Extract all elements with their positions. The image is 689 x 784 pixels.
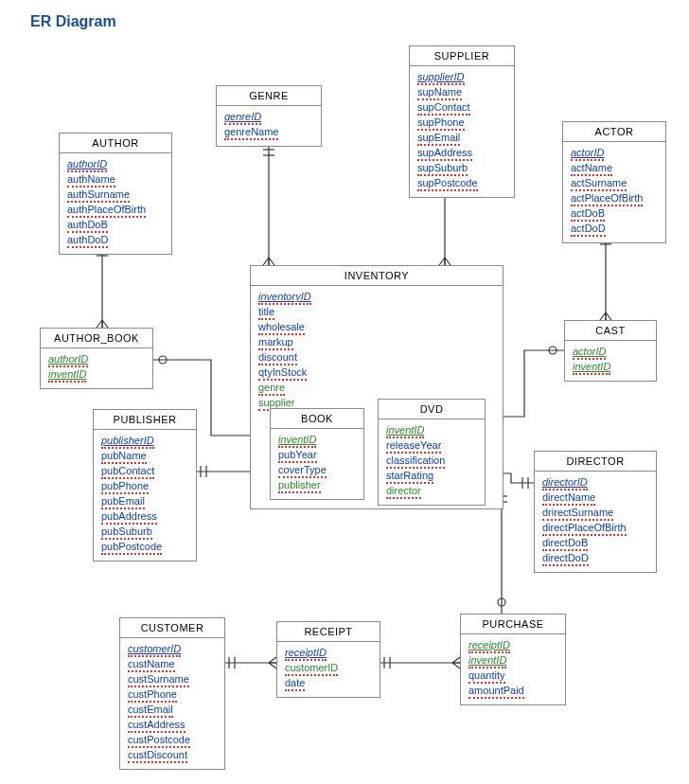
attribute-supName: supName (417, 85, 462, 100)
attribute-pubContact: pubContact (101, 464, 154, 479)
attribute-custEmail: custEmail (128, 703, 173, 718)
entity-title: GENRE (217, 86, 321, 106)
entity-attrs: customerIDcustNamecustSurnamecustPhonecu… (120, 638, 224, 769)
entity-attrs: authorIDinventID (41, 348, 152, 388)
svg-point-5 (549, 347, 556, 354)
attribute-custPhone: custPhone (128, 687, 177, 703)
entity-title: INVENTORY (251, 266, 503, 286)
attribute-pubEmail: pubEmail (101, 494, 145, 509)
entity-title: CUSTOMER (120, 618, 224, 638)
svg-point-10 (498, 598, 505, 606)
attribute-pubSuburb: pubSuburb (101, 525, 152, 540)
entity-title: PURCHASE (461, 615, 565, 634)
attribute-drirectSurname: drirectSurname (542, 506, 613, 521)
entity-title: RECEIPT (277, 622, 380, 642)
attribute-actSurname: actSurname (571, 176, 627, 191)
attribute-authPlaceOfBirth: authPlaceOfBirth (67, 203, 146, 218)
entity-receipt: RECEIPT receiptIDcustomerIDdate (276, 621, 380, 698)
entity-title: ACTOR (563, 122, 665, 142)
attribute-supPhone: supPhone (417, 116, 465, 131)
entity-title: PUBLISHER (94, 410, 196, 430)
attribute-pubName: pubName (101, 449, 147, 464)
attribute-receiptID: receiptID (285, 646, 327, 661)
entity-title: CAST (565, 321, 656, 341)
attribute-directDoB: directDoB (542, 536, 588, 551)
attribute-inventID: inventID (278, 433, 316, 448)
entity-attrs: directorIDdirectNamedrirectSurnamedirect… (535, 472, 656, 572)
entity-supplier: SUPPLIER supplierIDsupNamesupContactsupP… (409, 45, 515, 198)
attribute-actorID: actorID (571, 146, 604, 161)
attribute-amountPaid: amountPaid (468, 684, 524, 699)
entity-director: DIRECTOR directorIDdirectNamedrirectSurn… (534, 451, 657, 573)
entity-attrs: supplierIDsupNamesupContactsupPhonesupEm… (410, 66, 514, 197)
attribute-actPlaceOfBirth: actPlaceOfBirth (571, 191, 643, 206)
attribute-genreName: genreName (224, 125, 278, 140)
entity-publisher: PUBLISHER publisherIDpubNamepubContactpu… (93, 409, 197, 561)
entity-author: AUTHOR authorIDauthNameauthSurnameauthPl… (59, 133, 172, 255)
attribute-pubAddress: pubAddress (101, 509, 157, 525)
attribute-publisher: publisher (278, 478, 321, 493)
entity-attrs: authorIDauthNameauthSurnameauthPlaceOfBi… (60, 153, 171, 254)
entity-inventory: INVENTORY inventoryIDtitlewholesalemarku… (250, 265, 504, 509)
attribute-inventoryID: inventoryID (258, 290, 311, 305)
attribute-inventID: inventID (573, 360, 610, 375)
attribute-authorID: authorID (67, 157, 107, 172)
attribute-inventID: inventID (48, 367, 86, 383)
attribute-actName: actName (571, 161, 612, 176)
entity-attrs: actorIDactNameactSurnameactPlaceOfBirtha… (563, 142, 665, 242)
attribute-custDiscount: custDiscount (128, 748, 187, 763)
entity-attrs: actorIDinventID (565, 341, 656, 381)
attribute-directorID: directorID (542, 475, 588, 490)
attribute-releaseYear: releaseYear (386, 438, 441, 454)
attribute-custSurname: custSurname (128, 672, 189, 687)
attribute-authSurname: authSurname (67, 187, 130, 203)
entity-attrs: publisherIDpubNamepubContactpubPhonepubE… (94, 430, 196, 561)
attribute-quantity: quantity (468, 668, 505, 684)
attribute-supAddress: supAddress (417, 146, 472, 161)
attribute-directPlaceOfBirth: directPlaceOfBirth (542, 521, 627, 536)
attribute-directName: directName (542, 490, 595, 506)
attribute-pubPostcode: pubPostcode (101, 540, 162, 555)
attribute-actDoB: actDoB (571, 206, 605, 222)
attribute-title: title (258, 305, 274, 320)
attribute-custAddress: custAddress (128, 718, 186, 733)
svg-point-3 (159, 356, 167, 364)
entity-title: SUPPLIER (410, 46, 514, 66)
attribute-customerID: customerID (128, 642, 181, 657)
entity-attrs: receiptIDcustomerIDdate (277, 642, 380, 697)
entity-customer: CUSTOMER customerIDcustNamecustSurnamecu… (119, 617, 225, 770)
attribute-date: date (285, 676, 305, 691)
attribute-directDoD: directDoD (542, 551, 589, 566)
attribute-authorID: authorID (48, 352, 88, 367)
attribute-supplierID: supplierID (417, 70, 465, 85)
attribute-markup: markup (258, 335, 293, 350)
attribute-custName: custName (128, 657, 175, 672)
attribute-actorID: actorID (573, 345, 606, 360)
diagram-title: ER Diagram (30, 13, 116, 30)
entity-attrs: genreIDgenreName (217, 106, 321, 146)
attribute-genreID: genreID (224, 110, 261, 125)
attribute-coverType: coverType (278, 463, 327, 478)
attribute-qtyInStock: qtyInStock (258, 365, 307, 381)
attribute-actDoD: actDoD (571, 222, 606, 237)
entity-dvd: DVD inventIDreleaseYearclassificationsta… (378, 399, 486, 506)
attribute-authDoD: authDoD (67, 233, 108, 248)
entity-title: AUTHOR_BOOK (41, 329, 152, 348)
entity-title: AUTHOR (60, 134, 171, 153)
entity-actor: ACTOR actorIDactNameactSurnameactPlaceOf… (562, 121, 666, 243)
entity-title: DVD (379, 400, 485, 419)
entity-attrs: inventIDpubYearcoverTypepublisher (271, 429, 363, 499)
attribute-customerID: customerID (285, 661, 338, 676)
attribute-authDoB: authDoB (67, 218, 108, 233)
attribute-wholesale: wholesale (258, 320, 305, 335)
entity-book: BOOK inventIDpubYearcoverTypepublisher (270, 408, 364, 500)
attribute-supContact: supContact (417, 100, 470, 116)
attribute-supEmail: supEmail (417, 131, 460, 146)
entity-attrs: inventIDreleaseYearclassificationstarRat… (379, 419, 485, 505)
attribute-classification: classification (386, 454, 445, 469)
entity-genre: GENRE genreIDgenreName (216, 85, 322, 147)
attribute-supSuburb: supSuburb (417, 161, 468, 176)
entity-title: DIRECTOR (535, 452, 656, 472)
entity-cast: CAST actorIDinventID (564, 320, 657, 382)
attribute-starRating: starRating (386, 469, 433, 484)
